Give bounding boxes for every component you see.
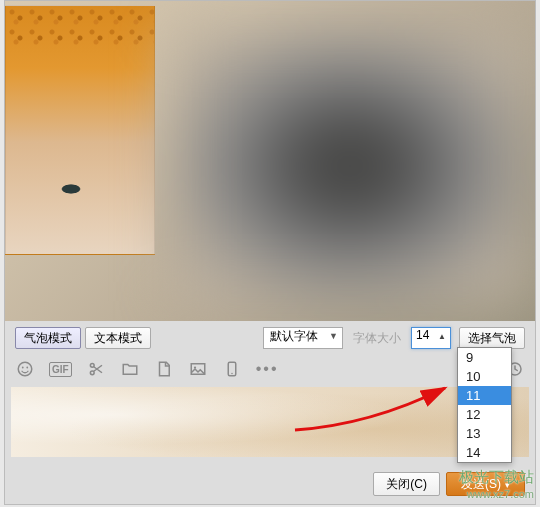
bubble-theme-preview <box>5 5 155 255</box>
svg-point-1 <box>22 367 24 369</box>
bird-graphic <box>61 184 81 194</box>
svg-point-3 <box>90 363 94 367</box>
size-option-10[interactable]: 10 <box>458 367 511 386</box>
font-size-dropdown[interactable]: 9 10 11 12 13 14 <box>457 347 512 463</box>
text-mode-button[interactable]: 文本模式 <box>85 327 151 349</box>
bottom-button-row: 关闭(C) 发送(S)▾ <box>5 470 535 498</box>
bubble-mode-button[interactable]: 气泡模式 <box>15 327 81 349</box>
file-icon[interactable] <box>154 359 174 379</box>
close-button[interactable]: 关闭(C) <box>373 472 440 496</box>
svg-point-0 <box>18 362 32 376</box>
send-button-label: 发送(S) <box>461 477 501 491</box>
message-input-area[interactable] <box>11 387 529 457</box>
tool-icon-row: GIF ••• <box>15 355 525 383</box>
folder-icon[interactable] <box>120 359 140 379</box>
emoji-icon[interactable] <box>15 359 35 379</box>
svg-point-4 <box>90 371 94 375</box>
svg-point-2 <box>26 367 28 369</box>
font-size-label: 字体大小 <box>353 330 401 347</box>
size-option-12[interactable]: 12 <box>458 405 511 424</box>
size-option-13[interactable]: 13 <box>458 424 511 443</box>
message-preview-area <box>5 1 535 321</box>
font-family-value: 默认字体 <box>270 329 318 343</box>
image-icon[interactable] <box>188 359 208 379</box>
send-button[interactable]: 发送(S)▾ <box>446 472 525 496</box>
size-option-9[interactable]: 9 <box>458 348 511 367</box>
phone-icon[interactable] <box>222 359 242 379</box>
font-size-value: 14 <box>416 328 436 342</box>
size-option-11[interactable]: 11 <box>458 386 511 405</box>
svg-point-8 <box>231 373 233 375</box>
more-icon[interactable]: ••• <box>256 360 279 378</box>
size-option-14[interactable]: 14 <box>458 443 511 462</box>
scissors-icon[interactable] <box>86 359 106 379</box>
chat-window: 气泡模式 文本模式 默认字体 字体大小 14 选择气泡 9 10 11 12 1… <box>4 0 536 505</box>
font-size-select[interactable]: 14 <box>411 327 451 349</box>
gif-icon[interactable]: GIF <box>49 362 72 377</box>
chevron-down-icon: ▾ <box>505 480 510 490</box>
select-bubble-button[interactable]: 选择气泡 <box>459 327 525 349</box>
blurred-content <box>175 31 525 301</box>
font-family-select[interactable]: 默认字体 <box>263 327 343 349</box>
format-toolbar: 气泡模式 文本模式 默认字体 字体大小 14 选择气泡 <box>15 325 525 351</box>
